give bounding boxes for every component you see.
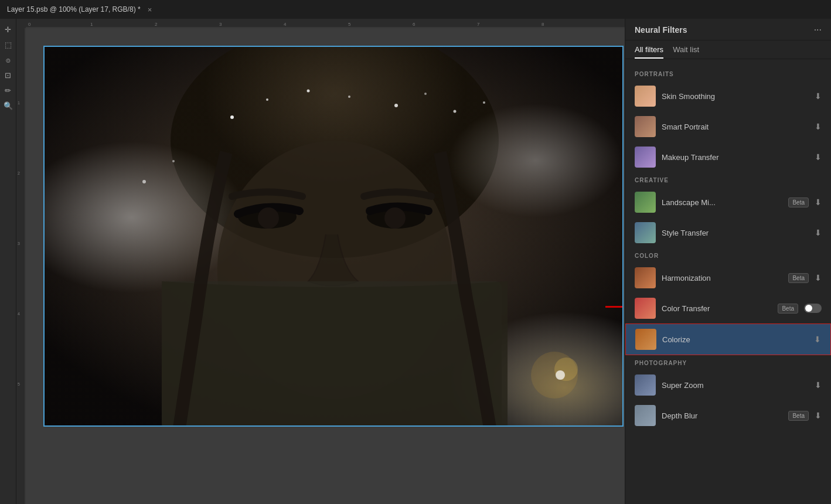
filter-thumb-colortransfer: [635, 298, 656, 319]
document-title: Layer 15.psb @ 100% (Layer 17, RGB/8) *: [7, 5, 141, 13]
panel-content: PORTRAITS Skin Smoothing ⬇ Smart Portrai…: [625, 59, 831, 438]
filter-thumb-makeup: [635, 147, 656, 168]
face-svg: [45, 47, 622, 425]
filter-name-depthblur: Depth Blur: [662, 411, 782, 420]
svg-point-42: [556, 370, 565, 380]
badge-colortransfer-beta: Beta: [778, 304, 798, 314]
badge-harmonize-beta: Beta: [788, 273, 809, 283]
filter-name-makeup: Makeup Transfer: [662, 153, 809, 162]
svg-point-29: [394, 104, 398, 107]
section-photography: PHOTOGRAPHY: [625, 355, 831, 370]
tool-brush[interactable]: ✏: [2, 84, 14, 96]
title-bar: Layer 15.psb @ 100% (Layer 17, RGB/8) * …: [0, 0, 831, 19]
download-harmonize-icon[interactable]: ⬇: [815, 273, 822, 282]
section-color: COLOR: [625, 248, 831, 263]
svg-text:4: 4: [284, 22, 287, 27]
filter-thumb-harmonize: [635, 267, 656, 288]
svg-point-34: [142, 180, 146, 183]
svg-text:1: 1: [90, 22, 93, 27]
filter-landscape-mix[interactable]: Landscape Mi... Beta ⬇: [625, 187, 831, 217]
tool-lasso[interactable]: ⌾: [2, 54, 14, 66]
filter-depth-blur[interactable]: Depth Blur Beta ⬇: [625, 400, 831, 431]
tab-wait-list[interactable]: Wait list: [673, 45, 699, 59]
svg-text:0: 0: [28, 22, 31, 27]
close-tab-icon[interactable]: ×: [148, 5, 152, 14]
svg-text:2: 2: [18, 171, 20, 175]
filter-name-colorize: Colorize: [662, 335, 808, 344]
svg-text:3: 3: [18, 241, 20, 246]
filter-thumb-style: [635, 222, 656, 243]
svg-point-30: [424, 93, 427, 95]
left-toolbar: ✛ ⬚ ⌾ ⊡ ✏ 🔍: [0, 19, 16, 504]
panel-tabs: All filters Wait list: [625, 40, 831, 59]
download-colorize-icon[interactable]: ⬇: [814, 335, 821, 344]
photo-background: [45, 47, 622, 425]
neural-filters-panel: Neural Filters ··· All filters Wait list…: [625, 19, 831, 504]
filter-thumb-skin: [635, 86, 656, 107]
filter-name-superzoom: Super Zoom: [662, 381, 809, 390]
main-layout: ✛ ⬚ ⌾ ⊡ ✏ 🔍 0 1 2 3 4 5 6 7 8: [0, 19, 831, 504]
filter-color-transfer[interactable]: Color Transfer Beta: [625, 293, 831, 323]
filter-smart-portrait[interactable]: Smart Portrait ⬇: [625, 111, 831, 142]
svg-text:5: 5: [348, 22, 351, 27]
filter-colorize[interactable]: Colorize ⬇: [625, 323, 831, 355]
svg-text:8: 8: [541, 22, 544, 27]
svg-text:3: 3: [219, 22, 222, 27]
filter-style-transfer[interactable]: Style Transfer ⬇: [625, 217, 831, 248]
svg-point-32: [483, 101, 485, 104]
filter-name-style: Style Transfer: [662, 229, 809, 237]
tab-all-filters[interactable]: All filters: [635, 45, 663, 59]
filter-thumb-superzoom: [635, 374, 656, 396]
svg-text:7: 7: [477, 22, 480, 27]
tool-move[interactable]: ✛: [2, 23, 14, 35]
ruler-vertical: 1 2 3 4 5: [16, 28, 26, 504]
svg-point-31: [454, 110, 457, 113]
badge-depthblur-beta: Beta: [788, 411, 809, 421]
svg-point-27: [307, 90, 310, 93]
section-creative: CREATIVE: [625, 172, 831, 187]
svg-text:1: 1: [18, 101, 20, 105]
filter-thumb-portrait: [635, 116, 656, 137]
section-portraits: PORTRAITS: [625, 66, 831, 81]
svg-point-33: [172, 160, 175, 162]
svg-text:4: 4: [18, 312, 20, 316]
filter-thumb-colorize: [635, 329, 656, 350]
download-style-icon[interactable]: ⬇: [815, 228, 822, 237]
image-canvas: [26, 28, 625, 504]
svg-text:6: 6: [413, 22, 416, 27]
filter-makeup-transfer[interactable]: Makeup Transfer ⬇: [625, 142, 831, 172]
download-landscape-icon[interactable]: ⬇: [815, 197, 822, 207]
badge-landscape-beta: Beta: [788, 197, 809, 207]
svg-point-38: [384, 207, 406, 229]
filter-name-harmonize: Harmonization: [662, 274, 782, 282]
filter-name-portrait: Smart Portrait: [662, 122, 809, 131]
filter-thumb-landscape: [635, 192, 656, 213]
download-skin-icon[interactable]: ⬇: [815, 91, 822, 101]
tool-select[interactable]: ⬚: [2, 39, 14, 50]
svg-rect-11: [16, 28, 26, 504]
tool-zoom[interactable]: 🔍: [2, 100, 14, 111]
filter-name-colortransfer: Color Transfer: [662, 304, 772, 313]
filter-skin-smoothing[interactable]: Skin Smoothing ⬇: [625, 81, 831, 111]
svg-text:2: 2: [155, 22, 158, 27]
panel-more-button[interactable]: ···: [814, 25, 822, 35]
download-depthblur-icon[interactable]: ⬇: [815, 411, 822, 420]
photo-frame: [43, 46, 624, 427]
download-makeup-icon[interactable]: ⬇: [815, 152, 822, 162]
download-superzoom-icon[interactable]: ⬇: [815, 380, 822, 390]
toggle-color-transfer[interactable]: [804, 304, 822, 313]
download-portrait-icon[interactable]: ⬇: [815, 122, 822, 131]
panel-title: Neural Filters: [635, 25, 687, 35]
svg-rect-0: [26, 19, 625, 28]
svg-point-28: [348, 96, 350, 98]
filter-super-zoom[interactable]: Super Zoom ⬇: [625, 370, 831, 400]
svg-text:5: 5: [18, 382, 20, 386]
panel-header: Neural Filters ···: [625, 19, 831, 40]
svg-point-37: [258, 207, 279, 229]
ruler-corner: [16, 19, 26, 28]
filter-name-landscape: Landscape Mi...: [662, 198, 782, 207]
tool-crop[interactable]: ⊡: [2, 69, 14, 81]
filter-harmonization[interactable]: Harmonization Beta ⬇: [625, 263, 831, 293]
filter-thumb-depthblur: [635, 405, 656, 426]
svg-point-26: [266, 98, 268, 101]
